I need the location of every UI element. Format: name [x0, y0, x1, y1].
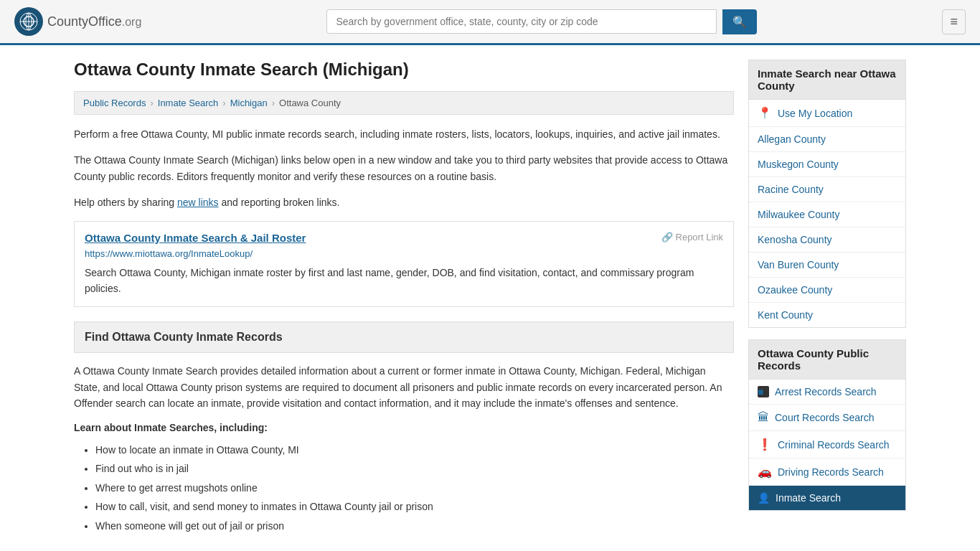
- list-item: Find out who is in jail: [95, 459, 734, 479]
- list-item: How to call, visit, and send money to in…: [95, 497, 734, 517]
- resource-title-link[interactable]: Ottawa County Inmate Search & Jail Roste…: [85, 232, 306, 244]
- list-item: How to locate an inmate in Ottawa County…: [95, 441, 734, 460]
- sidebar-item-kenosha[interactable]: Kenosha County: [749, 227, 905, 253]
- search-bar: 🔍: [326, 9, 757, 34]
- sidebar-item-allegan[interactable]: Allegan County: [749, 127, 905, 152]
- hamburger-icon: ≡: [950, 14, 958, 29]
- description-para-2: The Ottawa County Inmate Search (Michiga…: [74, 152, 734, 184]
- breadcrumb-inmate-search[interactable]: Inmate Search: [158, 98, 219, 108]
- list-item: When someone will get out of jail or pri…: [95, 517, 734, 536]
- breadcrumb-sep-3: ›: [272, 98, 275, 108]
- inmate-icon: 👤: [758, 492, 770, 504]
- description-para-1: Perform a free Ottawa County, MI public …: [74, 126, 734, 142]
- sidebar-public-records-title: Ottawa County Public Records: [748, 339, 906, 379]
- sidebar-court-records[interactable]: 🏛 Court Records Search: [749, 405, 905, 431]
- breadcrumb-michigan[interactable]: Michigan: [230, 98, 268, 108]
- sidebar-criminal-records[interactable]: ❗ Criminal Records Search: [749, 431, 905, 458]
- sidebar-arrest-records[interactable]: ■ Arrest Records Search: [749, 380, 905, 405]
- find-records-para: A Ottawa County Inmate Search provides d…: [74, 363, 734, 411]
- find-records-title: Find Ottawa County Inmate Records: [85, 331, 723, 344]
- sidebar-nearby-title: Inmate Search near Ottawa County: [748, 60, 906, 99]
- sidebar: Inmate Search near Ottawa County 📍 Use M…: [748, 60, 906, 535]
- report-link[interactable]: 🔗 Report Link: [661, 232, 723, 242]
- sidebar-item-kent[interactable]: Kent County: [749, 303, 905, 327]
- sidebar-public-records-body: ■ Arrest Records Search 🏛 Court Records …: [748, 379, 906, 511]
- breadcrumb-ottawa-county: Ottawa County: [279, 98, 341, 108]
- sidebar-item-racine[interactable]: Racine County: [749, 177, 905, 202]
- sidebar-inmate-search[interactable]: 👤 Inmate Search: [749, 486, 905, 510]
- resource-card: Ottawa County Inmate Search & Jail Roste…: [74, 221, 734, 308]
- list-item: Where to get arrest mugshots online: [95, 479, 734, 498]
- sidebar-item-ozaukee[interactable]: Ozaukee County: [749, 278, 905, 303]
- search-input[interactable]: [326, 9, 717, 34]
- driving-icon: 🚗: [758, 465, 772, 479]
- find-records-header: Find Ottawa County Inmate Records: [74, 321, 734, 353]
- breadcrumb-sep-2: ›: [222, 98, 225, 108]
- search-icon: 🔍: [732, 16, 747, 28]
- sidebar-use-location[interactable]: 📍 Use My Location: [749, 100, 905, 127]
- content-area: Ottawa County Inmate Search (Michigan) P…: [74, 60, 734, 535]
- sidebar-nearby-body: 📍 Use My Location Allegan County Muskego…: [748, 99, 906, 328]
- criminal-icon: ❗: [758, 438, 772, 451]
- logo-text: CountyOffice.org: [47, 14, 141, 29]
- resource-description: Search Ottawa County, Michigan inmate ro…: [85, 265, 723, 297]
- page-title: Ottawa County Inmate Search (Michigan): [74, 60, 734, 80]
- description-para-3: Help others by sharing new links and rep…: [74, 194, 734, 210]
- sidebar-item-vanburen[interactable]: Van Buren County: [749, 253, 905, 278]
- court-icon: 🏛: [758, 411, 769, 424]
- arrest-icon: ■: [758, 386, 769, 397]
- breadcrumb-sep-1: ›: [150, 98, 153, 108]
- logo[interactable]: CountyOffice.org: [14, 7, 141, 36]
- resource-url: https://www.miottawa.org/InmateLookup/: [85, 248, 723, 259]
- sidebar-item-milwaukee[interactable]: Milwaukee County: [749, 202, 905, 227]
- location-icon: 📍: [758, 106, 772, 120]
- header: CountyOffice.org 🔍 ≡: [0, 0, 980, 45]
- main-container: Ottawa County Inmate Search (Michigan) P…: [60, 45, 920, 550]
- search-button[interactable]: 🔍: [722, 9, 757, 34]
- learn-header: Learn about Inmate Searches, including:: [74, 422, 734, 433]
- breadcrumb-public-records[interactable]: Public Records: [83, 98, 146, 108]
- sidebar-nearby-section: Inmate Search near Ottawa County 📍 Use M…: [748, 60, 906, 328]
- logo-icon: [14, 7, 43, 36]
- sidebar-driving-records[interactable]: 🚗 Driving Records Search: [749, 458, 905, 486]
- resource-card-header: Ottawa County Inmate Search & Jail Roste…: [85, 232, 723, 244]
- flag-icon: 🔗: [661, 232, 673, 242]
- new-links-link[interactable]: new links: [177, 197, 219, 208]
- sidebar-public-records-section: Ottawa County Public Records ■ Arrest Re…: [748, 339, 906, 511]
- sidebar-item-muskegon[interactable]: Muskegon County: [749, 152, 905, 177]
- breadcrumb: Public Records › Inmate Search › Michiga…: [74, 91, 734, 115]
- menu-button[interactable]: ≡: [942, 9, 966, 34]
- learn-list: How to locate an inmate in Ottawa County…: [74, 441, 734, 536]
